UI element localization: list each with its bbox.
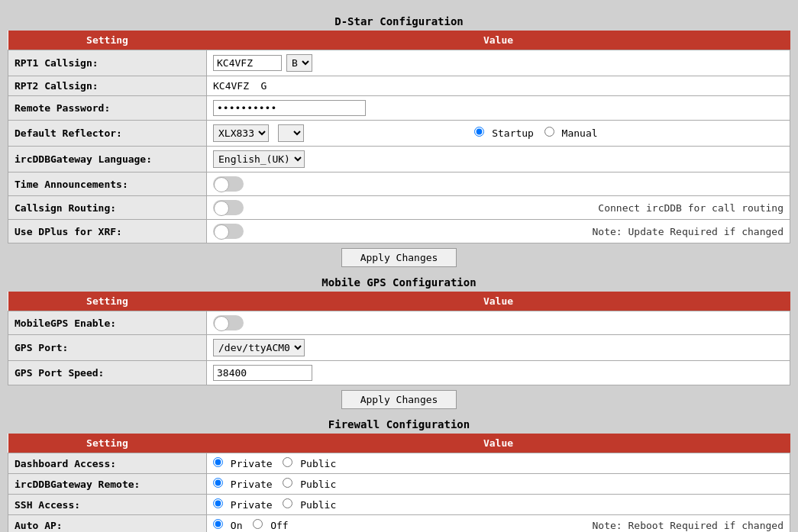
mobilegps-enable-label: MobileGPS Enable: <box>8 311 207 335</box>
rpt1-suffix-select[interactable]: B C D E <box>286 54 312 72</box>
firewall-table: Setting Value Dashboard Access: Private … <box>8 434 790 532</box>
ircddb-public-label: Public <box>300 479 336 490</box>
table-row: Time Announcements: <box>8 172 790 196</box>
dstar-apply-button[interactable]: Apply Changes <box>341 248 457 267</box>
ssh-private-radio[interactable] <box>213 498 223 508</box>
table-row: MobileGPS Enable: <box>8 311 790 335</box>
remote-password-value <box>207 96 790 121</box>
table-row: ircDDBGateway Language: English_(UK) Eng… <box>8 147 790 172</box>
table-row: SSH Access: Private Public <box>8 495 790 515</box>
dstar-header-setting: Setting <box>8 31 207 50</box>
language-value: English_(UK) English_(US) German French <box>207 147 790 172</box>
table-row: Dashboard Access: Private Public <box>8 453 790 474</box>
remote-password-label: Remote Password: <box>8 96 207 121</box>
firewall-section: Firewall Configuration Setting Value Das… <box>8 418 790 532</box>
table-row: ircDDBGateway Remote: Private Public <box>8 474 790 495</box>
auto-ap-off-label: Off <box>270 520 288 531</box>
table-row: Auto AP: On Off Note: Reboot Required if… <box>8 515 790 533</box>
dplus-xrf-label: Use DPlus for XRF: <box>8 220 207 243</box>
language-label: ircDDBGateway Language: <box>8 147 207 172</box>
ssh-access-value: Private Public <box>207 495 790 515</box>
firewall-header-setting: Setting <box>8 434 207 453</box>
gps-port-label: GPS Port: <box>8 335 207 361</box>
gps-port-select[interactable]: /dev/ttyACM0 /dev/ttyACM1 /dev/ttyUSB0 <box>213 339 305 356</box>
reflector-startup-label: Startup <box>492 127 534 139</box>
dashboard-access-value: Private Public <box>207 453 790 474</box>
auto-ap-on-radio[interactable] <box>213 519 223 529</box>
auto-ap-note: Note: Reboot Required if changed <box>593 520 783 531</box>
dplus-xrf-value: Note: Update Required if changed <box>207 220 790 243</box>
dashboard-access-label: Dashboard Access: <box>8 453 207 474</box>
rpt2-value: KC4VFZ G <box>207 76 790 96</box>
ssh-public-label: Public <box>300 499 336 511</box>
gps-port-speed-value <box>207 361 790 385</box>
reflector-manual-radio[interactable] <box>544 127 554 137</box>
dplus-xrf-note: Note: Update Required if changed <box>593 226 783 237</box>
rpt1-label: RPT1 Callsign: <box>8 50 207 76</box>
dstar-section: D-Star Configuration Setting Value RPT1 … <box>8 15 790 267</box>
mobile-gps-section: Mobile GPS Configuration Setting Value M… <box>8 276 790 409</box>
ircddb-remote-label: ircDDBGateway Remote: <box>8 474 207 495</box>
dstar-title: D-Star Configuration <box>8 15 790 27</box>
ssh-private-label: Private <box>231 499 273 511</box>
table-row: Callsign Routing: Connect ircDDB for cal… <box>8 196 790 220</box>
dstar-apply-row: Apply Changes <box>8 248 790 267</box>
rpt1-value: B C D E <box>207 50 790 76</box>
auto-ap-value: On Off Note: Reboot Required if changed <box>207 515 790 533</box>
rpt2-text: KC4VFZ G <box>213 80 267 92</box>
table-row: Remote Password: <box>8 96 790 121</box>
callsign-routing-label: Callsign Routing: <box>8 196 207 220</box>
reflector-manual-label: Manual <box>562 127 598 139</box>
ircddb-private-label: Private <box>231 479 273 490</box>
reflector-startup-radio[interactable] <box>474 127 484 137</box>
ircddb-private-radio[interactable] <box>213 478 223 488</box>
rpt2-label: RPT2 Callsign: <box>8 76 207 96</box>
callsign-routing-note: Connect ircDDB for call routing <box>598 202 783 214</box>
firewall-header-value: Value <box>207 434 790 453</box>
default-reflector-value: XLX833 A B C Startup Manual <box>207 121 790 147</box>
gps-port-speed-input[interactable] <box>213 365 312 381</box>
mobile-gps-title: Mobile GPS Configuration <box>8 276 790 289</box>
table-row: Default Reflector: XLX833 A B C <box>8 121 790 147</box>
callsign-routing-toggle[interactable] <box>213 200 244 215</box>
firewall-title: Firewall Configuration <box>8 418 790 430</box>
time-announcements-toggle[interactable] <box>213 176 244 192</box>
dstar-header-value: Value <box>207 31 790 50</box>
gps-header-setting: Setting <box>8 292 207 311</box>
table-row: RPT2 Callsign: KC4VFZ G <box>8 76 790 96</box>
auto-ap-off-radio[interactable] <box>253 519 263 529</box>
callsign-routing-value: Connect ircDDB for call routing <box>207 196 790 220</box>
ssh-access-label: SSH Access: <box>8 495 207 515</box>
mobilegps-enable-value <box>207 311 790 335</box>
table-row: GPS Port Speed: <box>8 361 790 385</box>
gps-port-value: /dev/ttyACM0 /dev/ttyACM1 /dev/ttyUSB0 <box>207 335 790 361</box>
auto-ap-label: Auto AP: <box>8 515 207 533</box>
mobilegps-toggle[interactable] <box>213 315 244 330</box>
gps-port-speed-label: GPS Port Speed: <box>8 361 207 385</box>
dashboard-public-label: Public <box>300 458 336 469</box>
gps-apply-button[interactable]: Apply Changes <box>341 390 457 409</box>
time-announcements-label: Time Announcements: <box>8 172 207 196</box>
dashboard-public-radio[interactable] <box>283 457 292 467</box>
dplus-xrf-toggle[interactable] <box>213 224 244 239</box>
ircddb-public-radio[interactable] <box>283 478 292 488</box>
gps-header-value: Value <box>207 292 790 311</box>
remote-password-input[interactable] <box>213 100 366 116</box>
ssh-public-radio[interactable] <box>283 498 292 508</box>
reflector-module-select[interactable]: A B C <box>278 124 304 142</box>
dstar-table: Setting Value RPT1 Callsign: B C D E <box>8 31 790 243</box>
mobile-gps-table: Setting Value MobileGPS Enable: GPS Port… <box>8 292 790 385</box>
gps-apply-row: Apply Changes <box>8 390 790 409</box>
ircddb-remote-value: Private Public <box>207 474 790 495</box>
time-announcements-value <box>207 172 790 196</box>
default-reflector-label: Default Reflector: <box>8 121 207 147</box>
table-row: GPS Port: /dev/ttyACM0 /dev/ttyACM1 /dev… <box>8 335 790 361</box>
reflector-select[interactable]: XLX833 <box>213 124 269 142</box>
table-row: Use DPlus for XRF: Note: Update Required… <box>8 220 790 243</box>
auto-ap-on-label: On <box>231 520 243 531</box>
table-row: RPT1 Callsign: B C D E <box>8 50 790 76</box>
dashboard-private-radio[interactable] <box>213 457 223 467</box>
dashboard-private-label: Private <box>231 458 273 469</box>
language-select[interactable]: English_(UK) English_(US) German French <box>213 150 305 168</box>
rpt1-callsign-input[interactable] <box>213 55 282 71</box>
